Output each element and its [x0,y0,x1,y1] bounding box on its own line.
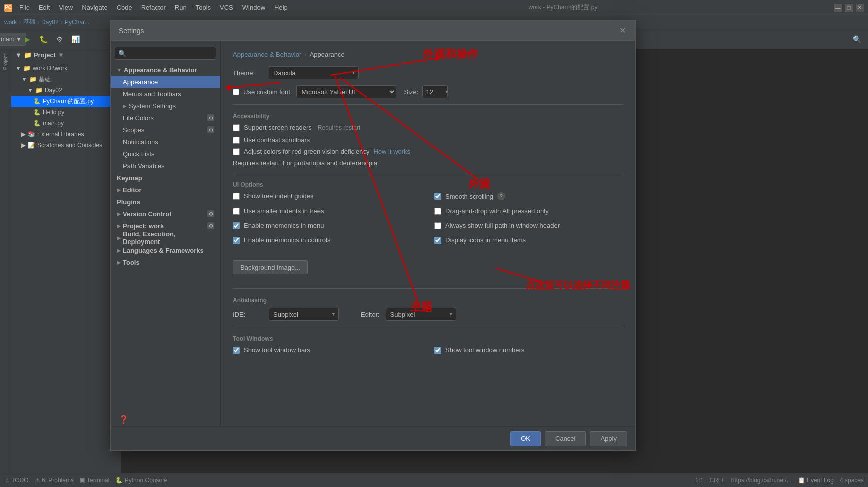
editor-antialias-select-wrapper[interactable]: Subpixel Greyscale None [386,308,456,321]
display-icons-checkbox[interactable] [434,237,441,244]
search-everywhere-button[interactable]: 🔍 [850,32,864,46]
adjust-colors-checkbox[interactable] [233,148,240,155]
menu-edit[interactable]: Edit [35,3,54,12]
theme-select[interactable]: Darcula IntelliJ Light High Contrast Win… [269,66,359,79]
contrast-scrollbars-checkbox[interactable] [233,137,240,144]
todo-button[interactable]: ☑ TODO [4,477,29,484]
run-button[interactable]: ▶ [20,32,34,46]
build-button[interactable]: ⚙ [52,32,66,46]
nav-version-control[interactable]: ▶ Version Control ⚙ [111,208,220,220]
menu-view[interactable]: View [55,3,77,12]
nav-menus-toolbars[interactable]: Menus and Toolbars [111,88,220,100]
menu-navigate[interactable]: Navigate [78,3,111,12]
menu-help[interactable]: Help [270,3,292,12]
python-console-button[interactable]: 🐍 Python Console [115,477,167,484]
menu-bar[interactable]: File Edit View Navigate Code Refactor Ru… [15,3,292,12]
apply-button[interactable]: Apply [590,431,627,446]
run-config-dropdown[interactable]: main ▼ [4,32,18,46]
sidebar-item-external-libs[interactable]: ▶ 📚 External Libraries [11,129,121,140]
divider [233,104,623,105]
smooth-scrolling-help-icon[interactable]: ? [497,192,505,200]
breadcrumb-jicheng[interactable]: 基础 [23,18,35,26]
enable-mnemonics-controls-checkbox[interactable] [233,237,240,244]
nav-label: Keymap [117,174,142,182]
sidebar-item-hello[interactable]: 🐍 Hello.py [11,107,121,118]
settings-search-input[interactable] [115,47,216,60]
problems-button[interactable]: ⚠ 6: Problems [35,477,74,484]
menu-code[interactable]: Code [113,3,136,12]
breadcrumb-day02[interactable]: Day02 [41,19,59,26]
breadcrumb-work[interactable]: work [4,19,17,26]
nav-system-settings[interactable]: ▶ System Settings [111,100,220,112]
use-custom-font-checkbox[interactable] [233,89,239,95]
enable-mnemonics-menu-checkbox[interactable] [233,222,240,229]
nav-quick-lists[interactable]: Quick Lists [111,148,220,160]
settings-dialog: Settings ✕ ▼ Appearance & Behavior Appea… [110,20,636,451]
nav-path-variables[interactable]: Path Variables [111,160,220,172]
sidebar-item-day02[interactable]: ▼ 📁 Day02 [11,85,121,96]
screen-readers-checkbox[interactable] [233,124,240,131]
profile-button[interactable]: 📊 [68,32,82,46]
nav-label: File Colors [123,114,154,122]
debug-button[interactable]: 🐛 [36,32,50,46]
sidebar-item-jicheng[interactable]: ▼ 📁 基础 [11,74,121,85]
how-it-works-link[interactable]: How it works [373,148,410,155]
settings-close-button[interactable]: ✕ [617,26,627,36]
nav-appearance[interactable]: Appearance [111,76,220,88]
divider3 [233,288,623,289]
sidebar-item-scratches[interactable]: ▶ 📝 Scratches and Consoles [11,140,121,151]
editor-antialias-select[interactable]: Subpixel Greyscale None [386,308,456,321]
nav-label: Appearance & Behavior [124,66,197,74]
menu-vcs[interactable]: VCS [216,3,237,12]
minimize-button[interactable]: — [834,4,842,12]
sidebar-item-work[interactable]: ▼ 📁 work D:\work [11,63,121,74]
menu-run[interactable]: Run [171,3,191,12]
menu-tools[interactable]: Tools [192,3,215,12]
drag-drop-alt-checkbox[interactable] [434,208,441,215]
window-controls[interactable]: — □ ✕ [834,4,864,12]
cancel-button[interactable]: Cancel [545,431,586,446]
sidebar-item-pyconfig[interactable]: 🐍 PyCharm的配置.py [11,96,121,107]
nav-plugins[interactable]: Plugins [111,196,220,208]
ide-antialias-select[interactable]: Subpixel Greyscale None [269,308,339,321]
font-size-input[interactable] [422,85,448,98]
event-log-button[interactable]: 📋 Event Log [798,477,834,484]
font-name-select[interactable]: Microsoft YaHei UI [296,85,396,98]
enable-mnemonics-menu-row: Enable mnemonics in menu [233,222,422,233]
project-tool-btn[interactable]: Project [2,51,9,73]
font-select-wrapper[interactable]: Microsoft YaHei UI [296,85,396,98]
nav-appearance-behavior[interactable]: ▼ Appearance & Behavior [111,64,220,76]
background-image-button[interactable]: Background Image... [233,260,308,274]
nav-notifications[interactable]: Notifications [111,136,220,148]
nav-keymap[interactable]: Keymap [111,172,220,184]
smaller-indents-checkbox[interactable] [233,208,240,215]
close-button[interactable]: ✕ [856,4,864,12]
theme-select-wrapper[interactable]: Darcula IntelliJ Light High Contrast Win… [269,66,359,79]
terminal-button[interactable]: ▣ Terminal [80,477,109,484]
always-show-full-path-checkbox[interactable] [434,222,441,229]
settings-help-icon[interactable]: ❓ [119,415,129,424]
nav-file-colors[interactable]: File Colors ⚙ [111,112,220,124]
nav-tools[interactable]: ▶ Tools [111,256,220,268]
menu-window[interactable]: Window [238,3,269,12]
ide-antialias-select-wrapper[interactable]: Subpixel Greyscale None [269,308,339,321]
sidebar-item-main[interactable]: 🐍 main.py [11,118,121,129]
nav-editor[interactable]: ▶ Editor [111,184,220,196]
ok-button[interactable]: OK [510,431,541,446]
menu-file[interactable]: File [15,3,34,12]
smooth-scrolling-checkbox[interactable] [434,193,441,200]
enable-mnemonics-controls-row: Enable mnemonics in controls [233,236,422,248]
nav-build-execution[interactable]: ▶ Build, Execution, Deployment [111,232,220,244]
show-tool-window-bars-checkbox[interactable] [233,347,240,354]
breadcrumb-parent[interactable]: Appearance & Behavior [233,51,301,58]
show-tree-indent-checkbox[interactable] [233,193,240,200]
nav-scopes[interactable]: Scopes ⚙ [111,124,220,136]
warning-icon: ⚠ [35,477,40,484]
maximize-button[interactable]: □ [845,4,853,12]
show-tool-window-numbers-checkbox[interactable] [434,347,441,354]
breadcrumb-pychar[interactable]: PyChar... [65,19,89,26]
nav-languages-frameworks[interactable]: ▶ Languages & Frameworks [111,244,220,256]
ide-antialias-label: IDE: [233,311,263,318]
menu-refactor[interactable]: Refactor [137,3,170,12]
contrast-scrollbars-row: Use contrast scrollbars [233,136,623,144]
